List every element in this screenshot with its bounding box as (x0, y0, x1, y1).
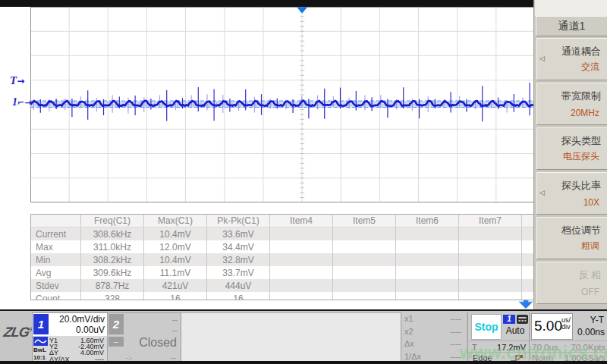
table-cell (270, 292, 333, 300)
table-column-header: Pk-Pk(C1) (207, 215, 270, 228)
table-cell (396, 292, 459, 300)
ch2-readout-panel[interactable]: 2 -- -- – Closed -:- -- (107, 312, 181, 364)
table-cell: 10.4mV (144, 228, 207, 241)
sidebar-item-2[interactable]: 带宽限制20MHz (536, 83, 607, 125)
trigger-panel[interactable]: Stop 1 Auto T 17.2mV Edge (467, 312, 529, 362)
ch2-trace-icon: – (109, 337, 124, 347)
table-row: Avg309.6kHz11.1mV33.7mV (31, 266, 536, 279)
menu-item-value: OFF (581, 287, 599, 297)
trigger-sweep-mode: Auto (502, 325, 529, 336)
menu-item-label: 通道耦合 (561, 45, 601, 58)
timebase-panel[interactable]: 5.00 us/div Y-T 0.00ns 70.0us 70.0Kpts N… (529, 312, 607, 362)
menu-item-value: 电压探头 (563, 150, 599, 163)
trigger-level-label: T (472, 343, 477, 352)
table-row-label: Avg (31, 266, 81, 279)
waveform-plot[interactable] (30, 7, 535, 202)
table-row-label: Stdev (31, 279, 81, 292)
ch1-volts-per-div: 20.0mV/div (59, 314, 105, 325)
x-cursor-row-value: ---- (450, 327, 461, 336)
menu-item-label: 探头类型 (561, 134, 601, 148)
table-cell (396, 240, 459, 253)
table-cell (459, 279, 522, 292)
sidebar-item-3[interactable]: 探头类型电压探头 (536, 127, 607, 170)
channel-menu-sidebar: 通道1 ◁通道耦合交流带宽限制20MHz探头类型电压探头◁探头比率10X档位调节… (533, 0, 607, 309)
ch1-cursor-measures-box: BwL 10:1 Y11.60mVY2-2.40mVΔY4.00mVΔY/ΔX-… (32, 336, 108, 363)
measurement-table-header: Freq(C1)Max(C1)Pk-Pk(C1)Item4Item5Item6I… (31, 215, 536, 228)
ch2-scale: -- (172, 315, 178, 324)
table-cell: 309.6kHz (81, 266, 144, 279)
table-cell (396, 253, 459, 266)
measurement-table: Freq(C1)Max(C1)Pk-Pk(C1)Item4Item5Item6I… (30, 214, 536, 300)
sidebar-menu-title: 通道1 (536, 16, 607, 36)
table-cell: 16 (207, 292, 270, 300)
dc-coupling-icon (517, 315, 528, 324)
table-cell: 311.0kHz (81, 240, 144, 253)
run-state[interactable]: Stop (471, 314, 502, 340)
x-cursor-row-label: Δx (404, 339, 414, 348)
display-mode: Y-T (590, 315, 604, 325)
sidebar-item-5[interactable]: 档位调节粗调 (536, 217, 607, 259)
table-cell: 308.2kHz (81, 253, 144, 266)
top-black-strip (0, 0, 533, 7)
table-cell: 444uV (207, 279, 270, 292)
ch1-cursor-row: Y11.60mV (49, 337, 105, 343)
table-cell: 33.7mV (207, 266, 270, 279)
timebase-scale-box: 5.00 us/div (531, 313, 573, 340)
table-cell (396, 279, 459, 292)
table-cell: 12.0mV (144, 240, 207, 253)
x-cursor-row-value: ---- (450, 339, 461, 348)
table-cell (270, 279, 333, 292)
table-row: Max311.0kHz12.0mV34.4mV (31, 240, 536, 253)
table-cell (333, 279, 396, 292)
menu-item-label: 带宽限制 (561, 89, 601, 103)
x-cursor-row-label: x2 (404, 327, 414, 336)
menu-item-value: 20MHz (571, 108, 599, 118)
status-bar-empty-panel (181, 312, 401, 363)
ch2-status: Closed (139, 336, 177, 350)
status-bar: ZLG® 1 20.0mV/div 0.00uV BwL 10:1 Y11.60… (0, 309, 607, 362)
sidebar-item-1[interactable]: ◁通道耦合交流 (536, 38, 607, 80)
table-cell: 308.6kHz (81, 228, 144, 241)
submenu-arrow-icon: ◁ (539, 189, 545, 196)
sidebar-top-strip (535, 0, 607, 16)
sidebar-item-4[interactable]: ◁探头比率10X (536, 172, 607, 215)
menu-item-label: 探头比率 (561, 179, 601, 193)
table-column-header: Freq(C1) (81, 215, 144, 228)
trigger-delay: 0.00ns (577, 327, 605, 337)
table-cell (459, 266, 522, 279)
x-cursor-row: x1---- (401, 312, 466, 325)
sine-wave-icon (33, 337, 48, 346)
table-column-header: Item5 (333, 215, 396, 228)
menu-item-label: 反 相 (578, 268, 601, 282)
ch1-offset: 0.00uV (76, 325, 105, 335)
trigger-level-value: 17.2mV (497, 343, 526, 352)
right-arrow-icon: ⌐→ (17, 98, 31, 108)
table-cell (333, 292, 396, 300)
x-cursor-row-value: ---- (450, 314, 461, 323)
table-cell (270, 228, 333, 241)
x-cursor-row-label: 1/Δx (404, 352, 421, 361)
ch1-position-marker[interactable]: 1⌐→ (12, 96, 31, 108)
table-cell: 32.8mV (207, 253, 270, 266)
ch1-readout-panel[interactable]: 1 20.0mV/div 0.00uV BwL 10:1 Y11.60mVY2-… (32, 312, 106, 362)
oscilloscope-screen: T→ 1⌐→ Freq(C1)Max(C1)Pk-Pk(C1)Item4Item… (0, 0, 607, 364)
table-column-header: Max(C1) (144, 215, 207, 228)
table-row: Count3281616 (31, 292, 536, 300)
submenu-arrow-icon: ◁ (539, 55, 545, 62)
table-cell: 16 (144, 292, 207, 300)
table-column-header: Item6 (396, 215, 459, 228)
memory-depth: 70.0Kpts (571, 343, 605, 352)
menu-item-value: 交流 (581, 61, 599, 74)
trigger-level-marker[interactable]: T→ (10, 74, 24, 87)
table-cell: 33.6mV (207, 228, 270, 241)
table-cell: 10.4mV (144, 253, 207, 266)
ch2-badge: 2 (109, 314, 124, 334)
table-cell: 11.1mV (144, 266, 207, 279)
table-cell (459, 292, 522, 300)
table-row-label: Min (31, 253, 81, 266)
ch2-offset: -- (172, 325, 178, 334)
table-cell (333, 253, 396, 266)
probe-ratio-flag: 10:1 (33, 354, 46, 361)
ch1-badge: 1 (33, 314, 49, 334)
table-cell (459, 240, 522, 253)
